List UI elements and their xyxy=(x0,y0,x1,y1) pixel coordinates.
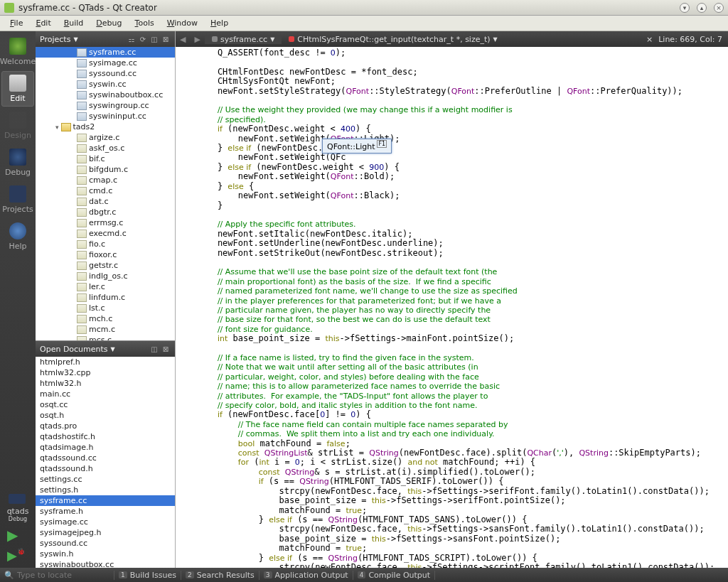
debug-icon xyxy=(9,149,26,166)
split-icon[interactable]: ◫ xyxy=(149,344,159,354)
output-pane-compile-output[interactable]: 4 Compile Output xyxy=(353,571,435,580)
open-doc-item[interactable]: syswinaboutbox.cc xyxy=(36,559,175,568)
projects-title: Projects xyxy=(40,35,70,44)
tree-item[interactable]: cmd.c xyxy=(36,185,175,196)
open-doc-item[interactable]: osqt.h xyxy=(36,410,175,421)
menu-window[interactable]: Window xyxy=(161,17,203,29)
tree-item[interactable]: errmsg.c xyxy=(36,217,175,228)
open-doc-item[interactable]: qtadssound.cc xyxy=(36,453,175,463)
tree-item[interactable]: fio.c xyxy=(36,239,175,249)
tree-item[interactable]: syswininput.cc xyxy=(36,111,175,122)
file-icon xyxy=(77,198,87,206)
maximize-button[interactable]: ▴ xyxy=(697,3,707,13)
nav-back-icon[interactable]: ◀ xyxy=(176,35,190,44)
menu-help[interactable]: Help xyxy=(205,17,234,29)
mode-edit[interactable]: Edit xyxy=(1,71,34,107)
tree-item[interactable]: getstr.c xyxy=(36,260,175,271)
mode-debug[interactable]: Debug xyxy=(1,145,34,180)
mode-welcome[interactable]: Welcome xyxy=(1,34,34,70)
output-pane-build-issues[interactable]: 1 Build Issues xyxy=(114,571,181,580)
open-doc-item[interactable]: sysimagejpeg.h xyxy=(36,527,175,538)
menu-edit[interactable]: Edit xyxy=(30,17,56,29)
project-tree[interactable]: sysframe.ccsysimage.ccsyssound.ccsyswin.… xyxy=(36,47,175,340)
open-doc-item[interactable]: syssound.cc xyxy=(36,538,175,549)
symbol-icon xyxy=(289,36,294,42)
close-doc-icon[interactable]: × xyxy=(646,35,653,44)
close-pane-icon[interactable]: ⊠ xyxy=(161,344,171,354)
debug-run-button[interactable]: ▶🐞 xyxy=(7,548,28,565)
tree-item[interactable]: dat.c xyxy=(36,196,175,207)
nav-fwd-icon[interactable]: ▶ xyxy=(190,35,204,44)
tree-item[interactable]: syssound.cc xyxy=(36,68,175,79)
file-icon xyxy=(77,80,87,89)
file-icon xyxy=(77,155,87,163)
tree-item[interactable]: mch.c xyxy=(36,313,175,324)
locator-input[interactable] xyxy=(17,571,109,580)
menu-build[interactable]: Build xyxy=(58,17,90,29)
open-doc-item[interactable]: htmlw32.h xyxy=(36,378,175,389)
open-doc-item[interactable]: settings.cc xyxy=(36,474,175,485)
tree-item[interactable]: bifgdum.c xyxy=(36,164,175,175)
tree-item[interactable]: ▾ tads2 xyxy=(36,122,175,132)
minimize-button[interactable]: ▾ xyxy=(680,3,690,13)
file-icon xyxy=(61,123,71,131)
tree-item[interactable]: argize.c xyxy=(36,132,175,143)
tree-item[interactable]: mcm.c xyxy=(36,324,175,335)
locator[interactable]: 🔍 xyxy=(0,571,114,580)
mode-help[interactable]: Help xyxy=(1,219,34,254)
open-doc-item[interactable]: qtadssound.h xyxy=(36,463,175,474)
open-doc-item[interactable]: syswin.h xyxy=(36,549,175,559)
tree-item[interactable]: dbgtr.c xyxy=(36,207,175,217)
tree-item[interactable]: fioxor.c xyxy=(36,249,175,260)
mode-projects[interactable]: Projects xyxy=(1,182,34,217)
open-doc-item[interactable]: qtadsimage.h xyxy=(36,442,175,453)
open-documents-list[interactable]: htmlpref.hhtmlw32.cpphtmlw32.hmain.ccosq… xyxy=(36,357,175,568)
menu-tools[interactable]: Tools xyxy=(129,17,160,29)
open-doc-item[interactable]: main.cc xyxy=(36,389,175,399)
edit-icon xyxy=(9,75,26,92)
tree-item[interactable]: syswin.cc xyxy=(36,79,175,90)
code-editor[interactable]: Q_ASSERT(font_desc != 0); CHtmlFontDesc … xyxy=(176,47,728,568)
sync-icon[interactable]: ⟳ xyxy=(138,34,148,44)
editor-area: ◀ ▶ sysframe.cc ▼ CHtmlSysFrameQt::get_i… xyxy=(176,31,728,568)
tree-item[interactable]: cmap.c xyxy=(36,175,175,185)
kit-selector[interactable]: qtads Debug xyxy=(7,491,29,522)
open-doc-item[interactable]: sysframe.cc xyxy=(36,495,175,506)
tree-item[interactable]: linfdum.c xyxy=(36,292,175,303)
tree-item[interactable]: execmd.c xyxy=(36,228,175,239)
open-doc-item[interactable]: htmlpref.h xyxy=(36,357,175,367)
file-selector[interactable]: sysframe.cc ▼ xyxy=(205,35,282,44)
output-pane-application-output[interactable]: 3 Application Output xyxy=(259,571,353,580)
file-icon xyxy=(77,208,87,217)
tree-item[interactable]: ler.c xyxy=(36,281,175,292)
open-doc-item[interactable]: qtads.pro xyxy=(36,421,175,431)
split-icon[interactable]: ◫ xyxy=(149,34,159,44)
tree-item[interactable]: syswinaboutbox.cc xyxy=(36,90,175,100)
open-doc-item[interactable]: sysimage.cc xyxy=(36,517,175,527)
output-pane-search-results[interactable]: 2 Search Results xyxy=(181,571,259,580)
tree-item[interactable]: indlg_os.c xyxy=(36,271,175,281)
open-doc-item[interactable]: osqt.cc xyxy=(36,399,175,410)
tree-item[interactable]: askf_os.c xyxy=(36,143,175,153)
tree-item[interactable]: syswingroup.cc xyxy=(36,100,175,111)
close-button[interactable]: × xyxy=(714,3,724,13)
run-button[interactable]: ▶ xyxy=(7,527,28,544)
tree-item[interactable]: sysframe.cc xyxy=(36,47,175,58)
tree-item[interactable]: mcs.c xyxy=(36,335,175,340)
tree-item[interactable]: lst.c xyxy=(36,303,175,313)
open-doc-item[interactable]: sysframe.h xyxy=(36,506,175,517)
open-doc-item[interactable]: htmlw32.cpp xyxy=(36,367,175,378)
open-doc-item[interactable]: qtadshostifc.h xyxy=(36,431,175,442)
close-pane-icon[interactable]: ⊠ xyxy=(161,34,171,44)
file-icon xyxy=(77,283,87,291)
line-col-indicator[interactable]: Line: 669, Col: 7 xyxy=(658,35,722,44)
tree-item[interactable]: sysimage.cc xyxy=(36,58,175,68)
open-doc-item[interactable]: settings.h xyxy=(36,485,175,495)
filter-icon[interactable]: ⚏ xyxy=(127,34,136,44)
file-icon xyxy=(77,315,87,323)
menu-debug[interactable]: Debug xyxy=(90,17,127,29)
menu-file[interactable]: File xyxy=(4,17,28,29)
symbol-selector[interactable]: CHtmlSysFrameQt::get_input(textchar_t *,… xyxy=(282,35,504,44)
tree-item[interactable]: bif.c xyxy=(36,153,175,164)
file-icon xyxy=(77,251,87,259)
